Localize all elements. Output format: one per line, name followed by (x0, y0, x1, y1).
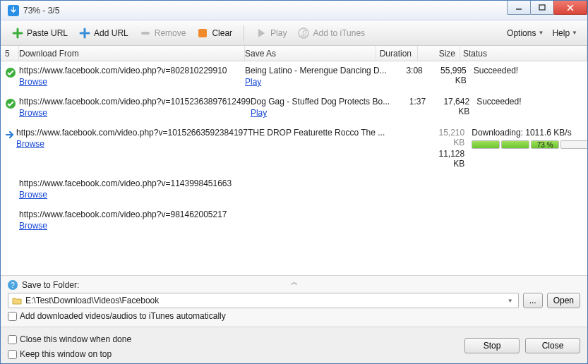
clear-icon (197, 28, 208, 39)
toolbar: Paste URL Add URL Remove Clear Play Add … (1, 20, 587, 46)
add-url-label: Add URL (94, 28, 128, 38)
toolbar-separator (244, 25, 244, 41)
stop-button[interactable]: Stop (464, 338, 520, 353)
collapse-toggle[interactable]: ︽ (291, 277, 298, 287)
row-duration: 3:08 (387, 66, 428, 87)
row-save-as: Dog Gag - Stuffed Dog Protects Bo... (251, 97, 390, 107)
itunes-checkbox[interactable] (8, 312, 17, 321)
remove-button[interactable]: Remove (136, 25, 191, 41)
folder-path-input[interactable]: E:\Test\Download\Videos\Facebook ▼ (8, 293, 519, 308)
options-menu[interactable]: Options ▼ (504, 26, 546, 40)
row-size-done: 11,128 KB (426, 149, 464, 169)
window-controls (508, 1, 587, 15)
window-title: 73% - 3/5 (23, 6, 59, 16)
row-url: https://www.facebook.com/video.php?v=981… (19, 210, 245, 219)
add-itunes-label: Add to iTunes (313, 28, 365, 38)
itunes-icon (298, 28, 309, 39)
table-row[interactable]: https://www.facebook.com/video.php?v=802… (1, 61, 587, 92)
browse-link[interactable]: Browse (16, 139, 44, 149)
remove-label: Remove (155, 28, 186, 38)
row-size-total: 15,210 KB (426, 128, 464, 147)
play-button[interactable]: Play (251, 25, 291, 41)
caret-down-icon: ▼ (572, 30, 577, 36)
row-save-as: Being Latino - Merengue Dancing D... (245, 66, 387, 75)
minus-gray-icon (140, 28, 151, 39)
row-duration: 1:37 (390, 97, 431, 118)
plus-blue-icon (79, 28, 90, 39)
minimize-button[interactable] (507, 1, 531, 15)
col-size[interactable]: Size (418, 46, 460, 61)
folder-icon (11, 295, 23, 306)
browse-link[interactable]: Browse (19, 221, 47, 231)
col-status[interactable]: Status (460, 46, 587, 61)
browse-link[interactable]: Browse (19, 77, 47, 87)
keep-on-top-checkbox[interactable] (8, 350, 17, 359)
play-label: Play (270, 28, 287, 38)
download-list: https://www.facebook.com/video.php?v=802… (1, 61, 587, 275)
table-row[interactable]: https://www.facebook.com/video.php?v=981… (1, 205, 587, 236)
maximize-button[interactable] (530, 1, 554, 15)
itunes-checkbox-label: Add downloaded videos/audios to iTunes a… (20, 311, 226, 321)
paste-url-label: Paste URL (27, 28, 68, 38)
row-save-as: THE DROP Featurette Rocco The ... (248, 128, 385, 138)
keep-on-top-label: Keep this window on top (20, 349, 112, 359)
table-row[interactable]: https://www.facebook.com/video.php?v=114… (1, 174, 587, 205)
browse-link[interactable]: Browse (19, 108, 47, 118)
open-folder-button[interactable]: Open (547, 293, 580, 308)
table-row[interactable]: https://www.facebook.com/video.php?v=101… (1, 123, 587, 174)
row-size: 55,995 KB (428, 66, 467, 85)
close-window-button[interactable] (553, 1, 587, 15)
add-url-button[interactable]: Add URL (75, 25, 133, 41)
arrow-icon (5, 129, 16, 140)
svg-rect-4 (198, 29, 207, 37)
count-header: 5 (5, 46, 19, 61)
svg-rect-3 (141, 32, 150, 35)
folder-path: E:\Test\Download\Videos\Facebook (25, 296, 159, 305)
caret-down-icon: ▼ (538, 30, 544, 36)
column-header: 5 Download From Save As Duration Size St… (1, 46, 587, 61)
add-itunes-button[interactable]: Add to iTunes (294, 25, 369, 41)
col-download-from[interactable]: Download From (19, 46, 245, 61)
row-url: https://www.facebook.com/video.php?v=101… (16, 128, 248, 138)
close-when-done-label: Close this window when done (20, 334, 131, 344)
play-icon (256, 28, 267, 39)
help-menu[interactable]: Help ▼ (549, 26, 580, 40)
footer: Close this window when done Keep this wi… (1, 327, 587, 363)
row-status: Downloading: 1011.6 KB/s (472, 128, 587, 138)
play-link[interactable]: Play (251, 108, 267, 118)
row-status: Succeeded! (474, 66, 587, 75)
table-row[interactable]: https://www.facebook.com/video.php?v=101… (1, 92, 587, 123)
close-when-done-checkbox[interactable] (8, 335, 17, 344)
play-link[interactable]: Play (245, 77, 261, 87)
plus-green-icon (12, 28, 23, 39)
options-label: Options (507, 28, 536, 38)
row-url: https://www.facebook.com/video.php?v=114… (19, 178, 245, 188)
progress-bar: 73 % (472, 140, 587, 150)
browse-folder-button[interactable]: ... (523, 293, 543, 308)
app-icon (8, 5, 19, 16)
help-label: Help (552, 28, 570, 38)
col-duration[interactable]: Duration (376, 46, 418, 61)
close-button[interactable]: Close (525, 338, 580, 353)
clear-label: Clear (212, 28, 232, 38)
save-panel: ︽ ? Save to Folder: E:\Test\Download\Vid… (1, 275, 587, 327)
row-url: https://www.facebook.com/video.php?v=802… (19, 66, 245, 75)
row-duration (385, 128, 426, 169)
progress-pct: 73 % (532, 141, 558, 148)
titlebar: 73% - 3/5 (1, 1, 587, 20)
check-icon (5, 67, 16, 78)
row-size: 17,642 KB (431, 97, 469, 116)
svg-rect-2 (539, 5, 545, 10)
save-to-folder-label: Save to Folder: (22, 280, 79, 290)
row-status: Succeeded! (476, 97, 587, 107)
col-save-as[interactable]: Save As (245, 46, 376, 61)
dropdown-icon[interactable]: ▼ (505, 298, 515, 304)
clear-button[interactable]: Clear (193, 25, 236, 41)
paste-url-button[interactable]: Paste URL (8, 25, 72, 41)
check-icon (5, 98, 16, 109)
browse-link[interactable]: Browse (19, 190, 47, 200)
row-url: https://www.facebook.com/video.php?v=101… (19, 97, 251, 107)
info-icon: ? (8, 280, 18, 290)
